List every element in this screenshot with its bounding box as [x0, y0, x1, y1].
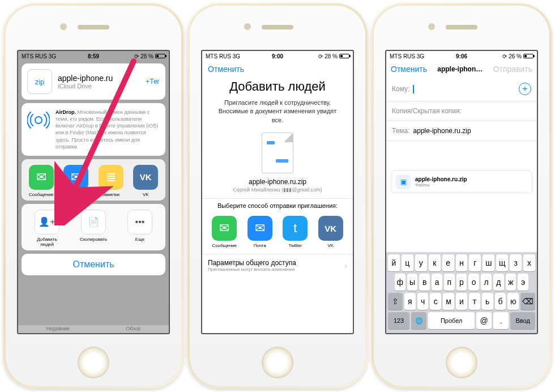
app-Сообщение[interactable]: ✉Сообщение [210, 216, 239, 248]
key-щ[interactable]: щ [496, 254, 508, 271]
app-Заметки[interactable]: ≣Заметки [96, 165, 126, 197]
attachment-source: Файлы [415, 182, 467, 188]
key-б[interactable]: б [495, 293, 506, 310]
cancel-button[interactable]: Отменить [22, 254, 165, 275]
key-л[interactable]: л [481, 274, 492, 291]
key-з[interactable]: з [510, 254, 522, 271]
home-button[interactable] [446, 347, 477, 378]
key-delete[interactable]: ⌫ [520, 293, 535, 310]
key-а[interactable]: а [432, 274, 442, 291]
airdrop-section: AirDrop. Мгновенный обмен данными с теми… [22, 103, 165, 156]
key-ж[interactable]: ж [506, 274, 516, 291]
subject-field-row[interactable]: Тема: [386, 121, 537, 141]
message-body[interactable] [386, 141, 537, 167]
svg-point-0 [35, 117, 42, 123]
sharing-options-row[interactable]: Параметры общего доступа Приглашенные мо… [202, 254, 353, 276]
tab-recents[interactable]: Недавние [46, 326, 70, 333]
key-т[interactable]: т [469, 293, 480, 310]
app-Почта[interactable]: ✉Почта [61, 165, 91, 197]
key-с[interactable]: с [430, 293, 441, 310]
key-п[interactable]: п [444, 274, 455, 291]
phone-mail-compose: MTS RUS 3G 9:06 ⟳ 26 % Отменить apple-ip… [372, 3, 552, 389]
key-о[interactable]: о [468, 274, 479, 291]
key-shift[interactable]: ⇧ [388, 293, 403, 310]
app-VK[interactable]: VKVK [131, 165, 160, 197]
add-contact-button[interactable]: + [519, 83, 531, 95]
send-button[interactable]: Отправить [493, 65, 532, 74]
screen: MTS RUS 3G 9:06 ⟳ 26 % Отменить apple-ip… [385, 50, 538, 334]
attachment-name: apple-iphone.ru.zip [415, 176, 467, 182]
key-и[interactable]: и [456, 293, 467, 310]
key-space[interactable]: Пробел [428, 312, 475, 329]
action-Еще[interactable]: •••Еще [125, 210, 155, 247]
page-title: Добавить людей [202, 77, 353, 99]
key-в[interactable]: в [419, 274, 430, 291]
file-card: zip apple-iphone.ru iCloud Drive +Тег [22, 63, 165, 100]
subject-label: Тема: [392, 127, 410, 135]
key-ы[interactable]: ы [407, 274, 418, 291]
key-к[interactable]: к [429, 254, 441, 271]
app-VK[interactable]: VKVK [316, 216, 345, 248]
action-Скопировать[interactable]: 📄Скопировать [79, 210, 108, 247]
to-field-row[interactable]: Кому: + [386, 77, 537, 101]
tab-bar: Недавние Обзор [18, 325, 169, 333]
cancel-button[interactable]: Отменить [391, 65, 427, 74]
file-owner: Сергей Михайленко (▮▮▮@gmail.com) [202, 186, 353, 198]
carrier: MTS RUS 3G [22, 53, 56, 59]
key-ю[interactable]: ю [507, 293, 519, 310]
key-ш[interactable]: ш [483, 254, 494, 271]
key-е[interactable]: е [442, 254, 454, 271]
cancel-button[interactable]: Отменить [208, 65, 244, 74]
carrier: MTS RUS 3G [206, 53, 240, 59]
share-sheet: zip apple-iphone.ru iCloud Drive +Тег Ai… [18, 63, 169, 333]
home-button[interactable] [262, 347, 293, 378]
key-123[interactable]: 123 [388, 312, 409, 329]
key-х[interactable]: х [523, 254, 535, 271]
file-name: apple-iphone.ru [58, 74, 140, 83]
compose-title: apple-iphon… [437, 65, 483, 73]
subject-input[interactable] [413, 127, 531, 135]
keyboard: йцукенгшщзх фывапролджэ ⇧ячсмитьбю⌫ 123 … [386, 252, 537, 333]
share-apps-row: ✉Сообщение✉Почта≣ЗаметкиVKVK [22, 159, 165, 201]
app-Почта[interactable]: ✉Почта [245, 216, 275, 248]
key-й[interactable]: й [388, 254, 400, 271]
key-р[interactable]: р [456, 274, 467, 291]
key-г[interactable]: г [469, 254, 481, 271]
key-д[interactable]: д [493, 274, 504, 291]
key-ч[interactable]: ч [417, 293, 429, 310]
key-я[interactable]: я [404, 293, 416, 310]
app-Twitter[interactable]: tTwitter [280, 216, 310, 248]
status-bar: MTS RUS 3G 9:06 ⟳ 26 % [386, 51, 537, 61]
key-н[interactable]: н [456, 254, 468, 271]
folder-icon: ▣ [396, 174, 411, 189]
key-at[interactable]: @ [476, 312, 492, 329]
key-э[interactable]: э [518, 274, 528, 291]
carrier: MTS RUS 3G [390, 53, 424, 59]
key-ц[interactable]: ц [402, 254, 413, 271]
key-м[interactable]: м [443, 293, 454, 310]
cc-field-row[interactable]: Копия/Скрытая копия: [386, 101, 537, 121]
attachment-chip[interactable]: ▣ apple-iphone.ru.zip Файлы [391, 171, 532, 193]
status-bar: MTS RUS 3G 8:59 ⟳ 28 % [18, 51, 169, 61]
action-Добавить людей[interactable]: 👤+Добавить людей [32, 210, 62, 247]
choose-method-label: Выберите способ отправки приглашения: [202, 198, 353, 211]
key-globe[interactable]: 🌐 [411, 312, 426, 329]
file-name: apple-iphone.ru.zip [202, 178, 353, 186]
key-у[interactable]: у [415, 254, 427, 271]
tab-browse[interactable]: Обзор [126, 326, 140, 333]
key-ф[interactable]: ф [395, 274, 405, 291]
file-location: iCloud Drive [58, 83, 140, 90]
app-Сообщение[interactable]: ✉Сообщение [27, 165, 56, 197]
key-return[interactable]: Ввод [510, 312, 535, 329]
add-tag-button[interactable]: +Тег [146, 78, 160, 86]
invite-apps-row: ✉Сообщение✉ПочтаtTwitterVKVK [202, 211, 353, 254]
key-ь[interactable]: ь [482, 293, 493, 310]
chevron-right-icon: › [344, 261, 347, 270]
home-button[interactable] [78, 347, 109, 378]
airdrop-icon [27, 109, 50, 131]
clock: 8:59 [88, 53, 99, 59]
actions-row: 👤+Добавить людей📄Скопировать•••Еще [22, 204, 165, 250]
stage: MTS RUS 3G 8:59 ⟳ 28 % zip apple-iphone.… [0, 0, 555, 392]
clock: 9:06 [456, 53, 467, 59]
key-dot[interactable]: . [493, 312, 509, 329]
